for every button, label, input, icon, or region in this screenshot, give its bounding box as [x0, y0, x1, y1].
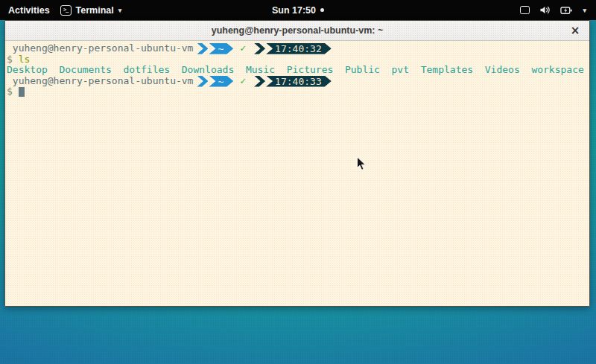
directory-entry: Music [246, 65, 275, 76]
command-line: $ ls [7, 54, 588, 66]
directory-entry: Downloads [182, 65, 234, 76]
volume-icon [539, 5, 551, 15]
check-icon: ✓ [240, 76, 246, 87]
directory-entry: Public [345, 65, 380, 76]
prompt-line: yuheng@henry-personal-ubuntu-vm ~ ✓ 17:4… [7, 76, 588, 87]
powerline-chevron-icon [197, 43, 208, 54]
window-titlebar[interactable]: yuheng@henry-personal-ubuntu-vm: ~ × [5, 21, 589, 41]
prompt-line: yuheng@henry-personal-ubuntu-vm ~ ✓ 17:4… [7, 43, 588, 54]
prompt-symbol: $ [7, 54, 13, 66]
ls-output-line: DesktopDocumentsdotfilesDownloadsMusicPi… [7, 65, 588, 76]
window-title: yuheng@henry-personal-ubuntu-vm: ~ [212, 25, 384, 36]
prompt-symbol: $ [7, 86, 13, 98]
chevron-down-icon: ▾ [118, 7, 122, 14]
prompt-path-segment: ~ [209, 43, 233, 54]
app-menu-terminal[interactable]: >_ Terminal ▾ [60, 5, 122, 16]
prompt-user-host: yuheng@henry-personal-ubuntu-vm [13, 76, 194, 87]
activities-button[interactable]: Activities [8, 5, 50, 16]
powerline-chevron-icon [254, 43, 265, 54]
system-status-area[interactable]: ▾ [520, 5, 596, 15]
prompt-user-host: yuheng@henry-personal-ubuntu-vm [13, 43, 194, 54]
clock[interactable]: Sun 17:50 [272, 5, 316, 16]
powerline-chevron-icon [254, 76, 265, 87]
app-menu-label: Terminal [76, 5, 114, 16]
terminal-window: yuheng@henry-personal-ubuntu-vm: ~ × yuh… [4, 20, 590, 307]
directory-entry: Pictures [287, 65, 334, 76]
directory-entry: pvt [392, 65, 409, 76]
battery-charging-icon [560, 6, 573, 15]
close-icon[interactable]: × [568, 24, 582, 37]
terminal-content[interactable]: yuheng@henry-personal-ubuntu-vm ~ ✓ 17:4… [5, 41, 589, 306]
system-menu-chevron-icon: ▾ [583, 7, 586, 14]
check-icon: ✓ [240, 43, 246, 54]
directory-entry: Templates [421, 65, 473, 76]
command-text: ls [19, 54, 31, 66]
prompt-time-segment: 17:40:33 [266, 76, 332, 87]
desktop: Activities >_ Terminal ▾ Sun 17:50 [0, 0, 596, 364]
directory-entry: workspace [531, 65, 583, 76]
prompt-time-segment: 17:40:32 [266, 43, 332, 54]
terminal-app-icon: >_ [60, 5, 72, 16]
powerline-chevron-icon [197, 76, 208, 87]
input-line[interactable]: $ [7, 86, 588, 98]
prompt-path-segment: ~ [209, 76, 233, 87]
display-icon [520, 6, 530, 14]
directory-entry: dotfiles [124, 65, 171, 76]
notification-dot [320, 8, 324, 12]
directory-entry: Videos [485, 65, 520, 76]
directory-entry: Documents [59, 65, 111, 76]
gnome-top-bar: Activities >_ Terminal ▾ Sun 17:50 [0, 0, 596, 20]
text-cursor [19, 87, 25, 97]
directory-entry: Desktop [7, 65, 48, 76]
